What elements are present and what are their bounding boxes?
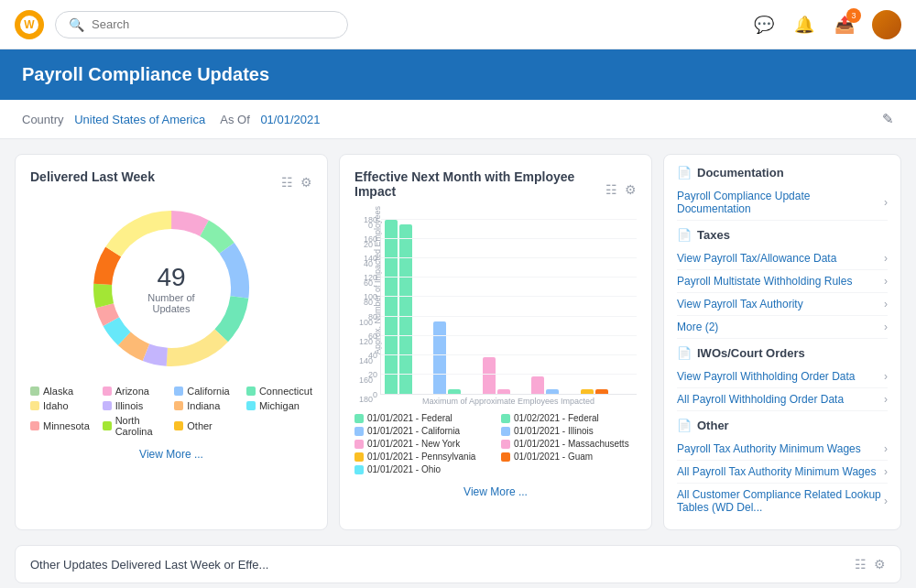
- bar-chart-area-container: Approx. Number of Impacted Employees 204…: [380, 221, 637, 406]
- table-view-icon[interactable]: ☷: [281, 175, 293, 190]
- section-link[interactable]: Payroll Multistate Withholding Rules›: [677, 270, 888, 293]
- bottom-settings-icon[interactable]: ⚙: [874, 557, 886, 572]
- effective-next-month-card: Effective Next Month with Employee Impac…: [339, 154, 652, 530]
- section-link[interactable]: Payroll Compliance Update Documentation›: [677, 185, 888, 221]
- bottom-table-icon[interactable]: ☷: [855, 557, 867, 572]
- as-of-label: As Of: [220, 113, 250, 126]
- settings-icon[interactable]: ⚙: [300, 175, 312, 190]
- section-link[interactable]: All Payroll Tax Authority Minimum Wages›: [677, 461, 888, 484]
- page-title: Payroll Compliance Updates: [22, 64, 894, 85]
- bottom-card: Other Updates Delivered Last Week or Eff…: [15, 545, 901, 583]
- filter-bar: Country United States of America As Of 0…: [0, 100, 916, 139]
- section-link[interactable]: View Payroll Tax/Allowance Data›: [677, 247, 888, 270]
- legend-item: Alaska: [30, 386, 95, 397]
- legend-item: California: [174, 386, 239, 397]
- section-link[interactable]: More (2)›: [677, 316, 888, 339]
- section-link[interactable]: All Customer Compliance Related Lookup T…: [677, 484, 888, 518]
- legend-item: Minnesota: [30, 415, 95, 437]
- chart-legend-item: 01/02/2021 - Federal: [501, 413, 637, 423]
- bar: [546, 389, 559, 394]
- bell-icon[interactable]: 🔔: [791, 12, 817, 38]
- bar-group: [531, 221, 580, 394]
- section-title-3: 📄 Other: [677, 419, 888, 432]
- chart-legend-item: 01/01/2021 - Illinois: [501, 426, 637, 436]
- section-title-1: 📄 Taxes: [677, 228, 888, 242]
- section-link[interactable]: Payroll Tax Authority Minimum Wages›: [677, 438, 888, 461]
- bar-chart-wrapper: 180160140120100806040200 Approx. Number …: [354, 221, 637, 406]
- chart-legend: 01/01/2021 - Federal01/02/2021 - Federal…: [354, 413, 637, 474]
- bar-group: [581, 221, 629, 394]
- bar: [483, 357, 496, 394]
- bar: [448, 389, 461, 394]
- bar-chart: 204060801001201401601800: [380, 221, 637, 395]
- as-of-value: 01/01/2021: [260, 113, 320, 126]
- effective-card-header: Effective Next Month with Employee Impac…: [354, 169, 637, 210]
- bar-group: [385, 221, 433, 394]
- delivered-last-week-card: Delivered Last Week ☷ ⚙ 49 Number of Upd…: [15, 154, 328, 530]
- chart-legend-item: 01/01/2021 - Ohio: [354, 464, 490, 474]
- section-link[interactable]: All Payroll Withholding Order Data›: [677, 388, 888, 411]
- bottom-card-actions: ☷ ⚙: [855, 557, 886, 572]
- delivered-view-more[interactable]: View More ...: [30, 448, 312, 461]
- section-title-2: 📄 IWOs/Court Orders: [677, 346, 888, 360]
- bar: [433, 321, 446, 394]
- bar-group: [433, 221, 482, 394]
- nav-icons: 💬 🔔 📤 3: [751, 10, 901, 39]
- legend-item: Michigan: [246, 400, 312, 411]
- country-label: Country: [22, 113, 64, 126]
- bar-group: [483, 221, 531, 394]
- bar: [531, 376, 544, 394]
- donut-number: 49: [130, 263, 213, 292]
- chart-legend-item: 01/01/2021 - Guam: [501, 452, 637, 462]
- right-panel: 📄 DocumentationPayroll Compliance Update…: [663, 154, 901, 530]
- country-value: United States of America: [74, 113, 205, 126]
- legend-item: Indiana: [174, 400, 239, 411]
- bar: [595, 389, 608, 394]
- legend-item: Other: [174, 415, 239, 437]
- bar: [399, 224, 412, 394]
- chart-legend-item: 01/01/2021 - Pennsylvania: [354, 452, 490, 462]
- inbox-icon[interactable]: 📤 3: [832, 12, 857, 38]
- chart-legend-item: 01/01/2021 - New York: [354, 439, 490, 449]
- legend-item: Illinois: [103, 400, 168, 411]
- donut-container: 49 Number of Updates: [30, 206, 312, 378]
- edit-filter-button[interactable]: ✎: [882, 111, 894, 127]
- inbox-badge: 3: [846, 8, 861, 23]
- chart-legend-item: 01/01/2021 - Massachusetts: [501, 439, 637, 449]
- main-content: Delivered Last Week ☷ ⚙ 49 Number of Upd…: [0, 139, 916, 545]
- bar: [581, 389, 594, 394]
- settings-icon2[interactable]: ⚙: [625, 182, 637, 197]
- chat-icon[interactable]: 💬: [751, 12, 777, 38]
- legend-item: Idaho: [30, 400, 95, 411]
- search-icon: 🔍: [69, 17, 84, 32]
- bottom-card-title: Other Updates Delivered Last Week or Eff…: [30, 558, 268, 572]
- table-view-icon2[interactable]: ☷: [605, 182, 617, 197]
- page-header: Payroll Compliance Updates: [0, 49, 916, 100]
- chart-legend-item: 01/01/2021 - Federal: [354, 413, 490, 423]
- bar: [385, 220, 398, 394]
- chart-legend-item: 01/01/2021 - California: [354, 426, 490, 436]
- section-link[interactable]: View Payroll Tax Authority›: [677, 293, 888, 316]
- bottom-area: Other Updates Delivered Last Week or Eff…: [0, 545, 916, 588]
- x-axis-label: Maximum of Approximate Employees Impacte…: [380, 397, 637, 406]
- workday-logo[interactable]: [15, 10, 44, 39]
- top-nav: 🔍 💬 🔔 📤 3: [0, 0, 916, 49]
- donut-chart: 49 Number of Updates: [89, 206, 254, 371]
- effective-card-actions: ☷ ⚙: [605, 182, 637, 197]
- section-link[interactable]: View Payroll Withholding Order Data›: [677, 365, 888, 388]
- section-title-0: 📄 Documentation: [677, 166, 888, 180]
- effective-view-more[interactable]: View More ...: [354, 485, 637, 498]
- donut-center: 49 Number of Updates: [130, 263, 213, 314]
- delivered-card-header: Delivered Last Week ☷ ⚙: [30, 169, 312, 195]
- user-avatar[interactable]: [872, 10, 901, 39]
- donut-label: Number of Updates: [130, 292, 213, 314]
- bar: [497, 389, 510, 394]
- search-input[interactable]: [92, 17, 334, 31]
- right-sections-card: 📄 DocumentationPayroll Compliance Update…: [663, 154, 901, 530]
- donut-legend: AlaskaArizonaCaliforniaConnecticutIdahoI…: [30, 386, 312, 437]
- delivered-card-title: Delivered Last Week: [30, 169, 155, 184]
- effective-card-title: Effective Next Month with Employee Impac…: [354, 169, 605, 199]
- legend-item: Connecticut: [246, 386, 312, 397]
- search-box[interactable]: 🔍: [55, 11, 348, 38]
- legend-item: Arizona: [103, 386, 168, 397]
